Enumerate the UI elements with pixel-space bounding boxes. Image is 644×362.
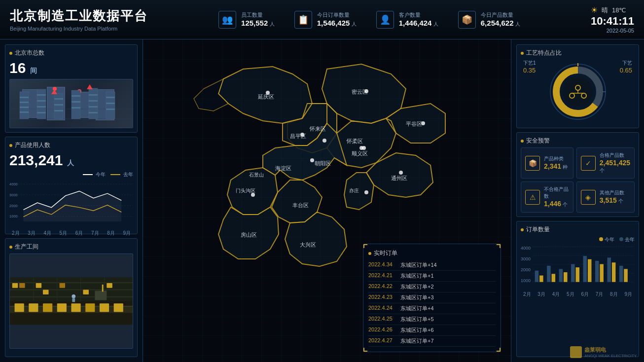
beijing-total-section: 北京市总数 16 间 bbox=[5, 44, 138, 133]
stat-item: 👤 客户数量 1,446,424 人 bbox=[376, 11, 438, 29]
svg-text:丰台区: 丰台区 bbox=[292, 202, 309, 208]
stat-value: 1,446,424 人 bbox=[399, 19, 438, 28]
bar-last-year bbox=[619, 266, 623, 282]
product-users-title: 产品使用人数 bbox=[9, 141, 133, 149]
line-legend-this: 今年 bbox=[83, 171, 106, 178]
stat-value: 6,254,622 人 bbox=[481, 19, 520, 28]
bar-chart-area bbox=[533, 246, 635, 290]
donut-title: 工艺特点占比 bbox=[521, 49, 635, 57]
svg-rect-54 bbox=[10, 296, 133, 297]
workshop-section: 生产工间 bbox=[5, 238, 138, 357]
order-row: 2022.4.24 东城区订单+4 bbox=[368, 303, 496, 314]
stat-value: 1,546,425 人 bbox=[317, 19, 357, 28]
weather-label: 晴 bbox=[602, 6, 608, 15]
users-number: 213,241 人 bbox=[9, 152, 133, 169]
stat-label: 今日订单数量 bbox=[317, 11, 357, 19]
order-date: 2022.4.21 bbox=[368, 272, 400, 280]
header: 北京制造工业数据平台 Beijing Manufacturing Industr… bbox=[0, 0, 644, 39]
order-date: 2022.4.24 bbox=[368, 305, 400, 312]
svg-text:顺义区: 顺义区 bbox=[352, 150, 368, 156]
svg-rect-45 bbox=[43, 303, 52, 312]
date-display: 2022-05-05 bbox=[591, 28, 634, 34]
svg-rect-46 bbox=[57, 303, 67, 312]
svg-rect-65 bbox=[107, 283, 112, 288]
svg-rect-23 bbox=[89, 106, 98, 108]
svg-rect-61 bbox=[36, 283, 41, 288]
realtime-title: 实时订单 bbox=[368, 249, 496, 257]
order-date: 2022.4.34 bbox=[368, 261, 400, 269]
svg-rect-48 bbox=[85, 303, 95, 312]
safety-value: 1,446 bbox=[544, 200, 561, 208]
safety-value-row: 3,515 个 bbox=[600, 196, 624, 205]
safety-icon: ✓ bbox=[581, 156, 596, 171]
order-info: 东城区订单+1 bbox=[400, 272, 434, 280]
svg-text:平谷区: 平谷区 bbox=[406, 121, 422, 127]
right-panel: 工艺特点占比 下艺1 0.35 下艺 0.65 bbox=[511, 39, 644, 362]
svg-rect-2 bbox=[20, 92, 29, 119]
svg-rect-15 bbox=[54, 110, 63, 111]
order-row: 2022.4.27 东城区订单+7 bbox=[368, 336, 496, 347]
svg-rect-7 bbox=[37, 89, 46, 119]
svg-rect-63 bbox=[60, 283, 65, 288]
order-date: 2022.4.27 bbox=[368, 337, 400, 345]
svg-point-94 bbox=[399, 171, 403, 175]
safety-value-row: 2,451,425 个 bbox=[600, 159, 630, 174]
safety-info: 合格产品数 2,451,425 个 bbox=[600, 152, 630, 174]
svg-point-93 bbox=[359, 146, 363, 150]
svg-rect-60 bbox=[19, 283, 25, 288]
warehouse-sim bbox=[10, 79, 133, 128]
product-users-section: 产品使用人数 213,241 人 今年 去年 bbox=[5, 137, 138, 234]
line-legend-last: 去年 bbox=[110, 171, 133, 178]
svg-rect-51 bbox=[10, 278, 133, 301]
svg-point-88 bbox=[364, 89, 368, 93]
time-display: 10:41:11 bbox=[591, 15, 634, 28]
dashboard: 北京制造工业数据平台 Beijing Manufacturing Industr… bbox=[0, 0, 644, 362]
bar-last-year bbox=[535, 271, 539, 282]
safety-label: 不合格产品数 bbox=[544, 186, 569, 200]
svg-rect-9 bbox=[37, 100, 46, 102]
svg-rect-3 bbox=[20, 97, 29, 98]
bar-last-year bbox=[607, 257, 611, 282]
safety-label: 产品种类 bbox=[544, 155, 568, 162]
order-row: 2022.4.22 东城区订单+2 bbox=[368, 282, 496, 292]
svg-rect-44 bbox=[29, 303, 38, 312]
donut-container: 下艺1 0.35 下艺 0.65 bbox=[521, 60, 635, 124]
warehouse-image bbox=[9, 79, 133, 128]
svg-rect-4 bbox=[20, 102, 29, 103]
safety-label: 合格产品数 bbox=[600, 152, 630, 159]
svg-rect-8 bbox=[37, 94, 46, 96]
svg-rect-13 bbox=[54, 98, 63, 100]
svg-rect-59 bbox=[12, 283, 18, 288]
svg-marker-39 bbox=[23, 191, 121, 221]
order-info: 东城区订单+7 bbox=[400, 337, 434, 345]
order-info: 东城区订单+6 bbox=[400, 326, 434, 334]
bar-this-year bbox=[600, 264, 604, 282]
orders-count-title: 订单数量 bbox=[521, 225, 635, 234]
main-subtitle: Beijing Manufacturing Industry Data Plat… bbox=[10, 26, 158, 32]
order-row: 2022.4.21 东城区订单+1 bbox=[368, 271, 496, 282]
bar-chart-svg bbox=[533, 246, 635, 283]
svg-text:怀来区: 怀来区 bbox=[309, 126, 326, 132]
realtime-orders: 实时订单 2022.4.34 东城区订单+14 2022.4.21 东城区订单+… bbox=[363, 244, 501, 352]
safety-title: 安全预警 bbox=[521, 137, 635, 145]
safety-item: 📦 产品种类 2,341 种 bbox=[521, 147, 573, 179]
bar-this-year bbox=[552, 274, 556, 282]
stat-text: 今日产品数量 6,254,622 人 bbox=[481, 11, 520, 28]
order-table: 2022.4.34 东城区订单+14 2022.4.21 东城区订单+1 202… bbox=[368, 260, 496, 347]
svg-rect-47 bbox=[72, 303, 81, 312]
temperature-label: 18℃ bbox=[612, 6, 626, 14]
weather-info: ☀ 晴 18℃ bbox=[591, 5, 634, 15]
bar-this-year bbox=[612, 262, 616, 282]
workshop-title: 生产工间 bbox=[9, 243, 133, 251]
orders-count-section: 订单数量 今年 去年 4000300020001000 2月3月4月5月6月7月… bbox=[516, 221, 639, 357]
stat-item: 📋 今日订单数量 1,546,425 人 bbox=[294, 11, 357, 29]
svg-text:3000: 3000 bbox=[9, 193, 18, 197]
company-name: 盎莱弱电 ANGQI WEAK ELECTRICITY bbox=[584, 346, 637, 358]
svg-point-87 bbox=[266, 91, 270, 95]
stat-item: 📦 今日产品数量 6,254,622 人 bbox=[458, 11, 520, 29]
svg-rect-52 bbox=[10, 282, 133, 283]
order-info: 东城区订单+3 bbox=[400, 294, 434, 301]
safety-info: 其他产品数 3,515 个 bbox=[600, 189, 624, 205]
safety-section: 安全预警 📦 产品种类 2,341 种 ✓ 合格产品数 2,451,425 个 … bbox=[516, 132, 639, 217]
svg-rect-66 bbox=[95, 290, 107, 300]
